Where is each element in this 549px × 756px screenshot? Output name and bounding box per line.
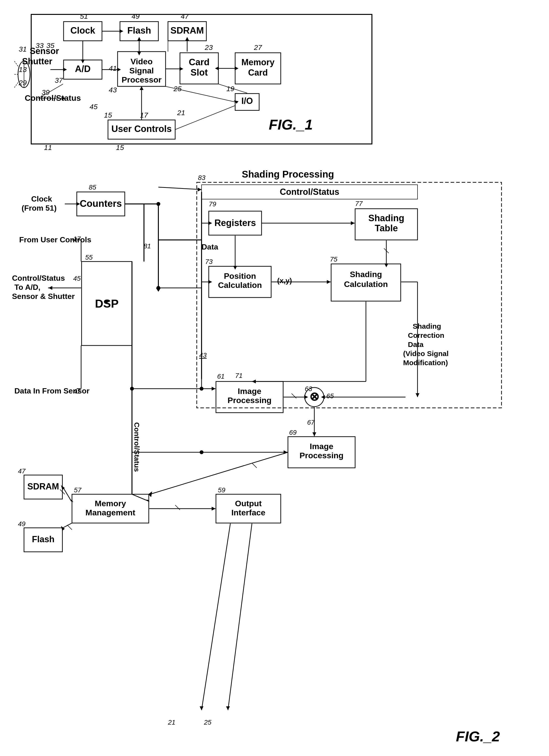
data-label: Data (202, 243, 218, 251)
svg-line-109 (63, 487, 72, 501)
ref43: 43 (109, 86, 117, 94)
controlstatus-toad-line3: Sensor & Shutter (12, 292, 75, 301)
shadingcalc-line1: Shading (350, 270, 382, 279)
ref23: 23 (204, 43, 213, 51)
flash2-label: Flash (32, 534, 54, 544)
imageproc2-line2: Processing (299, 451, 343, 460)
ref43b: 43 (199, 351, 207, 359)
svg-marker-80 (351, 221, 355, 225)
flash-label: Flash (127, 25, 151, 36)
svg-marker-110 (70, 500, 73, 502)
ref27: 27 (254, 43, 262, 51)
counters-label: Counters (80, 198, 122, 209)
sdram2-label: SDRAM (27, 482, 59, 491)
ref21b: 21 (168, 719, 175, 726)
ref25b: 25 (204, 719, 212, 726)
clock-from51-line1: Clock (31, 195, 52, 203)
ref79: 79 (209, 200, 216, 208)
svg-marker-99 (304, 395, 308, 399)
ref85: 85 (89, 184, 96, 191)
svg-marker-90 (416, 393, 419, 397)
svg-line-115 (67, 525, 72, 530)
svg-marker-18 (137, 52, 141, 55)
ref45b: 45 (73, 275, 81, 282)
shadingtable-line1: Shading (368, 213, 404, 223)
svg-marker-72 (198, 188, 202, 191)
shadingcorrection-line2: Correction (408, 331, 444, 339)
shadingtable-line2: Table (375, 223, 398, 233)
svg-marker-117 (212, 507, 215, 511)
memcard-line1: Memory (241, 57, 274, 67)
cardslot-line2: Slot (191, 67, 208, 77)
ref51: 51 (80, 12, 88, 20)
ref31: 31 (19, 45, 27, 53)
svg-marker-24 (117, 68, 121, 71)
svg-marker-28 (215, 66, 219, 70)
fig2-title: FIG._2 (456, 728, 500, 744)
svg-line-118 (175, 505, 180, 510)
memmanage-line2: Management (85, 508, 135, 517)
svg-line-33 (14, 61, 19, 67)
imageproc1-line2: Processing (227, 396, 271, 405)
svg-marker-122 (226, 706, 230, 710)
data-in-from-sensor: Data In From Sensor (14, 387, 90, 395)
ref47: 47 (181, 12, 189, 20)
controlstatus-bar: Control/Status (280, 187, 339, 197)
ref61: 61 (217, 373, 225, 380)
xy-label: (x,y) (277, 277, 292, 285)
ad-label: A/D (75, 64, 90, 74)
svg-line-105 (252, 463, 257, 468)
controlstatus-toad-line2: To A/D, (14, 283, 40, 292)
svg-marker-97 (212, 387, 215, 391)
ref73: 73 (205, 258, 213, 265)
svg-line-100 (292, 393, 296, 398)
ref57: 57 (74, 486, 82, 494)
svg-line-35 (14, 82, 19, 88)
ref41: 41 (109, 64, 117, 72)
cardslot-line1: Card (189, 57, 210, 67)
svg-marker-125 (252, 380, 256, 383)
svg-marker-92 (321, 395, 325, 399)
controlstatus-toad-line1: Control/Status (12, 274, 65, 282)
ref25-fig1: 25 (173, 85, 182, 93)
clock-label: Clock (70, 25, 95, 36)
ref65: 65 (326, 392, 334, 400)
svg-point-135 (156, 202, 160, 206)
clock-from51-line2: (From 51) (22, 204, 57, 212)
svg-marker-70 (48, 286, 52, 290)
ref15b-fig1: 15 (116, 143, 124, 151)
svg-point-134 (130, 387, 134, 391)
svg-point-132 (200, 450, 203, 454)
svg-marker-37 (63, 68, 67, 71)
svg-marker-78 (208, 280, 212, 284)
controlstatus-bus: Control/Status (133, 422, 141, 472)
shadingprocessing-label: Shading Processing (242, 169, 334, 179)
svg-marker-26 (179, 67, 183, 71)
vsp-line2: Signal (129, 66, 154, 75)
shadingcalc-line2: Calculation (344, 280, 388, 289)
controlstatus-label: Control/Status (25, 93, 81, 102)
imageproc1-line1: Image (238, 387, 261, 396)
outputiface-line2: Interface (231, 508, 265, 517)
ref37: 37 (55, 76, 63, 84)
svg-marker-114 (61, 526, 65, 531)
ref59: 59 (218, 486, 225, 494)
ref69: 69 (289, 429, 297, 436)
ref11: 11 (44, 143, 52, 151)
svg-marker-87 (327, 280, 331, 284)
vsp-line3: Processor (122, 75, 161, 84)
shadingcorrection-line4: (Video Signal (403, 350, 448, 357)
ref13: 13 (19, 65, 27, 73)
ref55: 55 (85, 254, 93, 261)
memcard-line2: Card (248, 68, 268, 77)
shadingcorrection-line5: Modification) (403, 359, 448, 367)
svg-marker-102 (312, 432, 316, 436)
ref15-fig1: 15 (104, 111, 112, 119)
ref35: 35 (46, 42, 54, 49)
imageproc2-line1: Image (310, 442, 333, 451)
vsp-line1: Video (131, 57, 153, 66)
ref29: 29 (18, 79, 27, 87)
io-label: I/O (241, 96, 253, 106)
page: Clock Flash SDRAM A/D Video Signal Proce… (0, 0, 549, 756)
outputiface-line1: Output (235, 499, 262, 508)
